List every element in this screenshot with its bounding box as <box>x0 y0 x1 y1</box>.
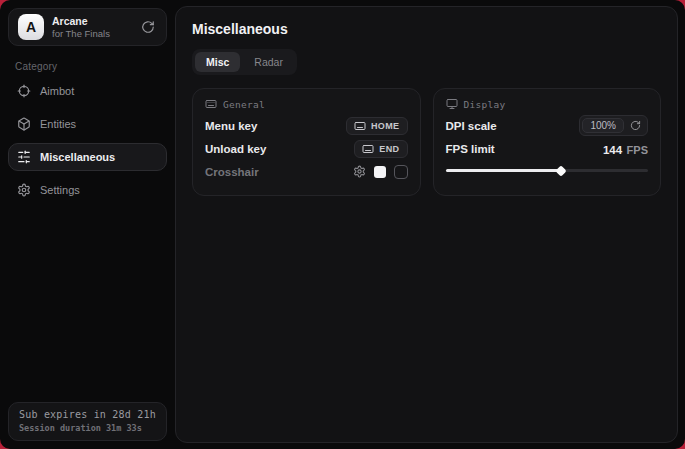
crosshair-settings-button[interactable] <box>353 165 366 178</box>
box-icon <box>17 117 31 131</box>
dpi-scale-value: 100% <box>582 118 624 133</box>
category-label: Category <box>15 61 167 72</box>
general-card-header: General <box>205 98 408 110</box>
sidebar-item-label: Miscellaneous <box>40 151 115 163</box>
sidebar-item-entities[interactable]: Entities <box>8 110 167 138</box>
sidebar-item-label: Entities <box>40 118 76 130</box>
fps-limit-label: FPS limit <box>446 143 495 155</box>
tab-bar: Misc Radar <box>192 49 297 75</box>
fps-limit-unit: FPS <box>627 144 648 156</box>
menu-key-value: HOME <box>371 121 400 131</box>
dpi-scale-control[interactable]: 100% <box>579 115 648 136</box>
app-title-block: Arcane for The Finals <box>52 15 110 40</box>
dpi-scale-row: DPI scale 100% <box>446 114 649 137</box>
sidebar-nav: Aimbot Entities Miscellaneous Settings <box>8 77 167 204</box>
unload-key-bind-button[interactable]: END <box>354 140 407 158</box>
fps-slider[interactable] <box>446 169 649 172</box>
general-card-title: General <box>223 99 265 110</box>
keyboard-icon <box>362 143 374 155</box>
unload-key-row: Unload key END <box>205 137 408 160</box>
sidebar-item-miscellaneous[interactable]: Miscellaneous <box>8 143 167 171</box>
sidebar-item-aimbot[interactable]: Aimbot <box>8 77 167 105</box>
crosshair-icon <box>17 84 31 98</box>
page-title: Miscellaneous <box>192 21 661 37</box>
menu-key-bind-button[interactable]: HOME <box>346 117 408 135</box>
sidebar-item-label: Aimbot <box>40 85 74 97</box>
app-logo: A <box>18 14 44 40</box>
sidebar-item-settings[interactable]: Settings <box>8 176 167 204</box>
menu-key-row: Menu key HOME <box>205 114 408 137</box>
crosshair-checkbox[interactable] <box>394 165 408 179</box>
content-panel: Miscellaneous Misc Radar General Menu ke… <box>175 6 678 443</box>
refresh-button[interactable] <box>139 18 157 36</box>
app-header-card: A Arcane for The Finals <box>8 8 167 46</box>
sidebar-item-label: Settings <box>40 184 80 196</box>
unload-key-value: END <box>379 144 399 154</box>
monitor-icon <box>446 98 458 110</box>
gear-icon <box>353 165 366 178</box>
sidebar: A Arcane for The Finals Category Aimbot <box>0 0 175 449</box>
crosshair-label: Crosshair <box>205 166 259 178</box>
cards-row: General Menu key HOME Unload key <box>192 88 661 196</box>
app-window: A Arcane for The Finals Category Aimbot <box>0 0 685 449</box>
sub-expiry-text: Sub expires in 28d 21h <box>19 409 156 420</box>
unload-key-label: Unload key <box>205 143 266 155</box>
crosshair-row: Crosshair <box>205 160 408 183</box>
gear-icon <box>17 183 31 197</box>
crosshair-color-swatch[interactable] <box>374 166 386 178</box>
keyboard-icon <box>354 120 366 132</box>
display-card-header: Display <box>446 98 649 110</box>
menu-key-label: Menu key <box>205 120 257 132</box>
tab-misc[interactable]: Misc <box>195 52 240 72</box>
fps-slider-thumb[interactable] <box>555 165 566 176</box>
fps-limit-value: 144 <box>603 144 622 156</box>
fps-limit-value-group: 144 FPS <box>603 140 648 158</box>
tab-radar[interactable]: Radar <box>243 52 294 72</box>
display-card-title: Display <box>464 99 506 110</box>
refresh-icon <box>141 20 155 34</box>
app-name: Arcane <box>52 15 110 28</box>
session-duration-text: Session duration 31m 33s <box>19 423 156 433</box>
fps-limit-row: FPS limit 144 FPS <box>446 137 649 160</box>
reset-icon <box>630 120 641 131</box>
dpi-scale-label: DPI scale <box>446 120 497 132</box>
crosshair-controls <box>353 165 408 179</box>
fps-slider-fill <box>446 169 561 172</box>
display-card: Display DPI scale 100% FPS limit <box>433 88 662 196</box>
keyboard-icon <box>205 98 217 110</box>
general-card: General Menu key HOME Unload key <box>192 88 421 196</box>
app-subtitle: for The Finals <box>52 28 110 40</box>
sliders-icon <box>17 150 31 164</box>
subscription-card: Sub expires in 28d 21h Session duration … <box>8 402 167 441</box>
main-area: Miscellaneous Misc Radar General Menu ke… <box>175 0 685 449</box>
